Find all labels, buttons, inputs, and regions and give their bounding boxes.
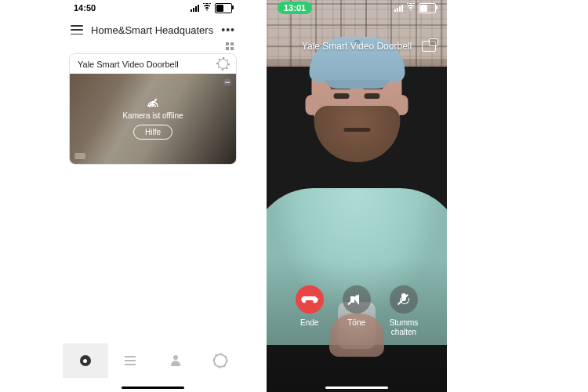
mute-button[interactable]: Stumms chalten [390,285,419,337]
list-icon [125,356,136,365]
wifi-off-icon [147,99,158,107]
tones-label: Töne [347,318,365,328]
mic-off-icon [400,293,408,306]
home-indicator[interactable] [325,387,388,389]
status-icons [191,3,232,13]
status-dot-icon: ••• [223,78,231,86]
gear-icon [213,354,227,368]
call-controls: Ende Töne Stumms chalten [267,285,447,337]
person-icon [170,355,181,366]
layout-grid-icon[interactable] [226,42,234,50]
location-title[interactable]: Home&Smart Headquaters [91,24,213,36]
status-bar: 13:01 [267,0,447,16]
status-time: 13:01 [278,2,312,14]
status-bar: 14:50 [63,0,243,16]
home-indicator[interactable] [122,387,184,389]
battery-icon [419,3,436,13]
tab-cameras[interactable] [63,343,108,378]
help-button[interactable]: Hilfe [133,125,172,140]
gear-icon[interactable] [218,59,228,69]
call-screen: 13:01 Yale Smart Video Doorbell Ende Tön… [267,0,447,392]
camera-icon [80,355,91,366]
home-screen: 14:50 Home&Smart Headquaters ••• Yale Sm… [63,0,243,392]
battery-icon [215,3,232,13]
more-icon[interactable]: ••• [221,24,235,36]
device-name: Yale Smart Video Doorbell [78,60,179,69]
status-icons [394,3,436,13]
mute-label: Stumms chalten [390,318,419,337]
menu-icon[interactable] [71,25,83,34]
tab-bar [63,343,243,378]
wifi-icon [406,3,416,13]
call-title-bar: Yale Smart Video Doorbell [267,41,447,52]
device-card[interactable]: Yale Smart Video Doorbell ••• Kamera ist… [69,53,237,165]
app-header: Home&Smart Headquaters ••• [63,16,243,41]
hangup-icon [301,296,318,303]
end-label: Ende [300,318,318,328]
tab-settings[interactable] [198,343,244,378]
signal-icon [394,5,403,12]
offline-text: Kamera ist offline [122,111,183,120]
status-time: 14:50 [74,3,96,13]
device-card-header: Yale Smart Video Doorbell [70,54,236,74]
pip-icon[interactable] [422,41,436,52]
tab-events[interactable] [108,343,154,378]
tab-people[interactable] [153,343,198,378]
end-call-button[interactable]: Ende [296,285,324,337]
wifi-icon [202,3,212,13]
speaker-off-icon [350,294,363,305]
signal-icon [191,5,199,12]
rec-badge [74,153,85,159]
device-preview[interactable]: ••• Kamera ist offline Hilfe [70,74,236,164]
tones-button[interactable]: Töne [343,285,371,337]
call-title: Yale Smart Video Doorbell [302,41,412,52]
